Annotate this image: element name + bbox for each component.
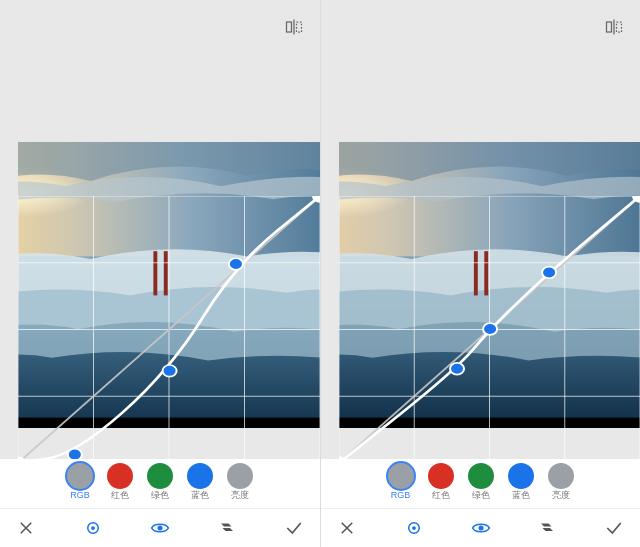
channel-label: RGB bbox=[70, 491, 90, 500]
panel-right: RGB红色绿色蓝色亮度 bbox=[320, 0, 640, 547]
channel-dot-icon bbox=[548, 463, 574, 489]
curve-chart-left[interactable] bbox=[18, 196, 320, 463]
channel-label: RGB bbox=[391, 491, 411, 500]
curve-overlay[interactable] bbox=[18, 196, 320, 463]
panel-left: RGB红色绿色蓝色亮度 bbox=[0, 0, 320, 547]
channel-picker: RGB红色绿色蓝色亮度 bbox=[0, 459, 320, 509]
image-area bbox=[321, 54, 640, 463]
dual-phone-stage: RGB红色绿色蓝色亮度 bbox=[0, 0, 640, 547]
channel-swatch-luma[interactable]: 亮度 bbox=[227, 463, 253, 509]
target-adjust-icon[interactable] bbox=[79, 514, 107, 542]
svg-point-44 bbox=[412, 526, 416, 530]
svg-point-45 bbox=[478, 526, 483, 531]
channel-dot-icon bbox=[468, 463, 494, 489]
channel-swatch-red[interactable]: 红色 bbox=[107, 463, 133, 509]
curve-handle[interactable] bbox=[542, 267, 556, 279]
channel-label: 绿色 bbox=[472, 491, 490, 500]
channel-swatch-luma[interactable]: 亮度 bbox=[548, 463, 574, 509]
channel-dot-icon bbox=[187, 463, 213, 489]
channel-label: 亮度 bbox=[552, 491, 570, 500]
curve-handle[interactable] bbox=[450, 363, 464, 375]
flip-horizontal-icon[interactable] bbox=[604, 17, 624, 37]
image-area bbox=[0, 54, 320, 463]
channel-picker: RGB红色绿色蓝色亮度 bbox=[321, 459, 640, 509]
bottom-toolbar bbox=[0, 508, 320, 547]
visibility-icon[interactable] bbox=[146, 514, 174, 542]
channel-dot-icon bbox=[107, 463, 133, 489]
channel-swatch-green[interactable]: 绿色 bbox=[147, 463, 173, 509]
channel-dot-icon bbox=[67, 463, 93, 489]
curve-chart-right[interactable] bbox=[339, 196, 640, 463]
top-bar bbox=[0, 0, 320, 54]
svg-rect-1 bbox=[297, 22, 302, 32]
close-button[interactable] bbox=[333, 514, 361, 542]
flip-horizontal-icon[interactable] bbox=[284, 17, 304, 37]
curve-overlay[interactable] bbox=[339, 196, 640, 463]
svg-rect-0 bbox=[287, 22, 292, 32]
channel-swatch-red[interactable]: 红色 bbox=[428, 463, 454, 509]
channel-label: 亮度 bbox=[231, 491, 249, 500]
target-adjust-icon[interactable] bbox=[400, 514, 428, 542]
channel-swatch-green[interactable]: 绿色 bbox=[468, 463, 494, 509]
channel-swatch-rgb[interactable]: RGB bbox=[388, 463, 414, 509]
curve-handle[interactable] bbox=[483, 323, 497, 335]
channel-swatch-blue[interactable]: 蓝色 bbox=[508, 463, 534, 509]
close-button[interactable] bbox=[12, 514, 40, 542]
svg-point-21 bbox=[91, 526, 95, 530]
svg-rect-24 bbox=[617, 22, 622, 32]
svg-rect-23 bbox=[607, 22, 612, 32]
bottom-toolbar bbox=[321, 508, 640, 547]
svg-point-22 bbox=[158, 526, 163, 531]
channel-label: 红色 bbox=[111, 491, 129, 500]
channel-swatch-rgb[interactable]: RGB bbox=[67, 463, 93, 509]
curve-handle[interactable] bbox=[229, 258, 243, 270]
channel-label: 绿色 bbox=[151, 491, 169, 500]
channel-swatch-blue[interactable]: 蓝色 bbox=[187, 463, 213, 509]
channel-dot-icon bbox=[227, 463, 253, 489]
styles-icon[interactable] bbox=[213, 514, 241, 542]
confirm-button[interactable] bbox=[280, 514, 308, 542]
channel-dot-icon bbox=[508, 463, 534, 489]
channel-dot-icon bbox=[388, 463, 414, 489]
confirm-button[interactable] bbox=[600, 514, 628, 542]
visibility-icon[interactable] bbox=[467, 514, 495, 542]
channel-label: 蓝色 bbox=[512, 491, 530, 500]
curve-handle[interactable] bbox=[163, 365, 177, 377]
styles-icon[interactable] bbox=[533, 514, 561, 542]
channel-label: 蓝色 bbox=[191, 491, 209, 500]
top-bar bbox=[321, 0, 640, 54]
channel-label: 红色 bbox=[432, 491, 450, 500]
channel-dot-icon bbox=[428, 463, 454, 489]
channel-dot-icon bbox=[147, 463, 173, 489]
